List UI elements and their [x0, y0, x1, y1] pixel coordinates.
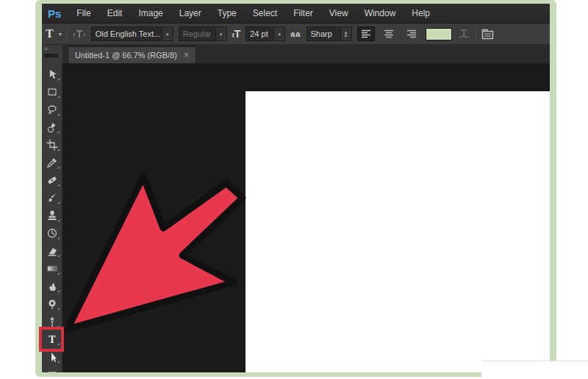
crop-tool-icon: [46, 139, 58, 151]
history-brush-tool-button[interactable]: [44, 226, 60, 241]
menu-view[interactable]: View: [321, 4, 356, 23]
tab-close-icon[interactable]: ×: [184, 51, 189, 60]
menu-filter[interactable]: Filter: [285, 4, 321, 23]
eraser-tool-button[interactable]: [44, 244, 60, 258]
font-size-caret-icon[interactable]: ▾: [273, 27, 284, 40]
align-center-button[interactable]: [380, 26, 398, 41]
crop-tool-button[interactable]: [44, 138, 60, 152]
toolbar-collapse-icon[interactable]: »: [44, 45, 48, 52]
clone-stamp-tool-icon: [46, 210, 58, 222]
menu-type[interactable]: Type: [209, 4, 245, 23]
toolbar-header: »: [42, 45, 63, 63]
gradient-tool-button[interactable]: [44, 261, 60, 276]
font-size-icon: tT: [232, 27, 241, 40]
menu-image[interactable]: Image: [130, 4, 171, 23]
spot-healing-brush-tool-button[interactable]: [44, 173, 60, 188]
font-family-caret-icon[interactable]: ▾: [162, 27, 173, 40]
warp-text-icon[interactable]: [457, 28, 470, 40]
document-tab-title: Untitled-1 @ 66.7% (RGB/8): [75, 51, 177, 60]
menu-file[interactable]: File: [68, 4, 98, 23]
text-orientation-icon[interactable]: [73, 28, 86, 40]
font-style-value: Regular: [179, 27, 215, 40]
toolbar-grip[interactable]: [44, 54, 58, 57]
red-arrow-annotation: [59, 165, 254, 345]
anti-alias-icon: aa: [290, 29, 301, 38]
menu-window[interactable]: Window: [356, 4, 404, 23]
align-left-button[interactable]: [357, 26, 375, 41]
rectangular-marquee-tool-button[interactable]: [44, 85, 60, 99]
brush-tool-button[interactable]: [44, 191, 60, 205]
options-bar: T ▾ Old English Text... ▾ Regular ▾ tT 2…: [42, 24, 550, 45]
smudge-tool-button[interactable]: [44, 279, 60, 294]
tool-preset-caret-icon[interactable]: ▾: [59, 31, 62, 38]
eyedropper-tool-icon: [46, 157, 58, 169]
pen-tool-icon: [46, 316, 58, 327]
path-selection-tool-icon: [46, 351, 58, 363]
tool-preset-icon[interactable]: T: [46, 27, 54, 40]
menu-help[interactable]: Help: [404, 4, 438, 23]
eyedropper-tool-button[interactable]: [44, 155, 60, 170]
rectangular-marquee-tool-icon: [46, 86, 58, 98]
divider: [67, 26, 68, 41]
photoshop-logo: Ps: [48, 7, 61, 20]
menu-select[interactable]: Select: [245, 4, 285, 23]
divider: [476, 26, 476, 41]
dodge-tool-icon: [46, 298, 58, 310]
workspace: T: [42, 63, 550, 372]
anti-alias-select[interactable]: Sharp ▴▾: [306, 26, 352, 41]
font-family-value: Old English Text...: [92, 27, 162, 40]
text-color-swatch[interactable]: [426, 28, 452, 40]
menu-edit[interactable]: Edit: [99, 4, 131, 23]
font-style-caret-icon[interactable]: ▾: [215, 27, 226, 40]
anti-alias-caret-icon[interactable]: ▴▾: [340, 27, 351, 40]
spot-healing-brush-tool-icon: [46, 174, 58, 186]
type-tool-highlight-box: [39, 327, 64, 352]
history-brush-tool-icon: [46, 227, 58, 239]
document-tab[interactable]: Untitled-1 @ 66.7% (RGB/8) ×: [68, 46, 196, 63]
path-selection-tool-button[interactable]: [44, 350, 60, 364]
font-style-select[interactable]: Regular ▾: [179, 26, 227, 41]
font-size-select[interactable]: 24 pt ▾: [245, 26, 285, 41]
smudge-tool-icon: [46, 280, 58, 292]
anti-alias-value: Sharp: [307, 27, 340, 40]
eraser-tool-icon: [46, 245, 58, 257]
dodge-tool-button[interactable]: [44, 297, 60, 311]
rectangle-tool-button[interactable]: [44, 367, 60, 372]
lasso-tool-icon: [46, 104, 58, 116]
menu-layer[interactable]: Layer: [171, 4, 209, 23]
align-right-button[interactable]: [403, 26, 420, 41]
quick-selection-tool-icon: [46, 121, 58, 133]
photoshop-window: Ps File Edit Image Layer Type Select Fil…: [42, 4, 550, 371]
font-family-select[interactable]: Old English Text... ▾: [91, 26, 173, 41]
move-tool-button[interactable]: [44, 67, 60, 82]
font-size-value: 24 pt: [246, 27, 273, 40]
document-canvas[interactable]: [245, 91, 550, 372]
move-tool-icon: [46, 68, 58, 80]
quick-selection-tool-button[interactable]: [44, 120, 60, 135]
clone-stamp-tool-button[interactable]: [44, 208, 60, 223]
frame-bottom-right-patch: [481, 361, 588, 379]
tab-bar: » Untitled-1 @ 66.7% (RGB/8) ×: [42, 45, 550, 63]
brush-tool-icon: [46, 192, 58, 204]
gradient-tool-icon: [46, 263, 58, 274]
toggle-panels-icon[interactable]: [481, 29, 494, 40]
lasso-tool-button[interactable]: [44, 102, 60, 117]
rectangle-tool-icon: [46, 369, 58, 372]
screenshot-root: Ps File Edit Image Layer Type Select Fil…: [0, 0, 588, 379]
menu-bar: Ps File Edit Image Layer Type Select Fil…: [42, 4, 550, 24]
